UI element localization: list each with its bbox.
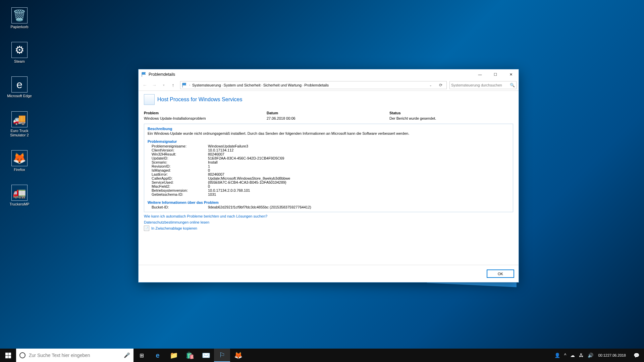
flag-icon [182, 82, 187, 88]
sig-key: RevisionID: [148, 164, 208, 168]
sig-value: {855E8A7C-ECB4-4CA3-B045-1DFA50104289} [208, 180, 509, 184]
breadcrumb-item[interactable]: Problemdetails [304, 83, 329, 87]
signature-row: UpdateID:51E8F2AA-83C4-456C-942D-21CB4F9… [148, 156, 509, 160]
tray-people[interactable]: 👤 [552, 349, 562, 362]
taskbar-firefox[interactable]: 🦊 [230, 349, 246, 362]
details-box: Beschreibung Ein Windows-Update wurde ni… [144, 124, 513, 212]
app-icon: 🗑️ [11, 7, 28, 23]
start-button[interactable] [0, 349, 16, 362]
address-bar[interactable]: › Systemsteuerung › System und Sicherhei… [180, 81, 447, 89]
page-heading: Host Process for Windows Services [157, 97, 242, 103]
dialog-footer: OK [139, 265, 519, 282]
tray-clock[interactable]: 00:12 27.06.2018 [595, 349, 629, 362]
sig-value: Install [208, 160, 509, 164]
sig-value: WindowsUpdateFailure3 [208, 144, 509, 148]
section-weitere: Weitere Informationen über das Problem [148, 200, 509, 204]
taskbar-explorer[interactable]: 📁 [166, 349, 182, 362]
tray-date: 27.06.2018 [607, 353, 626, 358]
link-privacy[interactable]: Datenschutzbestimmungen online lesen [144, 220, 513, 224]
window-title: Problemdetails [149, 72, 175, 77]
val-date: 27.06.2018 00:06 [267, 116, 389, 120]
val-status: Der Bericht wurde gesendet. [389, 116, 513, 120]
signature-row: Scenario:Install [148, 160, 509, 164]
ok-button[interactable]: OK [487, 270, 514, 278]
system-tray: 👤 ^ ☁ 🖧 🔊 00:12 27.06.2018 💬 [552, 349, 644, 362]
sig-key: ClientVersion: [148, 148, 208, 152]
close-button[interactable]: ✕ [503, 69, 519, 79]
copy-to-clipboard[interactable]: 📄 In Zwischenablage kopieren [144, 226, 513, 231]
taskbar-control-panel[interactable]: ⚐ [214, 349, 230, 362]
app-icon: 🚛 [11, 185, 28, 201]
signature-row: Problemereignisame:WindowsUpdateFailure3 [148, 144, 509, 148]
sig-key: Win32HResult: [148, 152, 208, 156]
tray-network-icon[interactable]: 🖧 [577, 349, 586, 362]
nav-forward-button[interactable]: → [150, 81, 159, 89]
beschreibung-text: Ein Windows-Update wurde nicht ordnungsg… [148, 131, 509, 135]
chevron-right-icon: › [221, 84, 224, 87]
desktop-icon-truckersmp[interactable]: 🚛TruckersMP [3, 180, 36, 208]
mic-icon[interactable]: 🎤 [124, 352, 130, 358]
tray-action-center[interactable]: 💬 [629, 349, 644, 362]
navigation-bar: ← → ▾ ↑ › Systemsteuerung › System und S… [139, 79, 519, 91]
taskbar-search[interactable]: 🎤 [16, 349, 133, 362]
sig-key: MiscField2: [148, 184, 208, 188]
maximize-button[interactable]: ☐ [488, 69, 503, 79]
icon-label: Euro Truck Simulator 2 [3, 129, 36, 137]
tray-overflow[interactable]: ^ [562, 349, 569, 362]
icon-label: TruckersMP [10, 202, 30, 206]
app-icon [144, 94, 155, 105]
signature-row: ServiceUsed:{855E8A7C-ECB4-4CA3-B045-1DF… [148, 180, 509, 184]
weitere-key: Bucket-ID: [148, 205, 208, 209]
sig-value: Update;Microsoft.WindowsStore_8wekyb3d8b… [208, 176, 509, 180]
sig-value: 51E8F2AA-83C4-456C-942D-21CB4F9D5C69 [208, 156, 509, 160]
address-dropdown-button[interactable]: ⌄ [426, 81, 435, 89]
breadcrumb-item[interactable]: System und Sicherheit [224, 83, 261, 87]
app-icon: 🚚 [11, 111, 28, 127]
breadcrumb-item[interactable]: Sicherheit und Wartung [263, 83, 302, 87]
nav-recent-dropdown[interactable]: ▾ [159, 81, 168, 89]
sig-key: Betriebsystemversion: [148, 188, 208, 192]
taskbar-edge[interactable]: e [150, 349, 166, 362]
tray-time: 00:12 [598, 353, 607, 358]
search-input[interactable] [451, 83, 515, 87]
desktop-icon-firefox[interactable]: 🦊Firefox [3, 145, 36, 173]
search-icon: 🔍 [510, 83, 515, 87]
copy-to-clipboard-label: In Zwischenablage kopieren [151, 226, 197, 230]
nav-up-button[interactable]: ↑ [169, 81, 177, 89]
content-area: Host Process for Windows Services Proble… [139, 91, 519, 265]
desktop-icon-steam[interactable]: ⚙Steam [3, 37, 36, 65]
nav-back-button[interactable]: ← [141, 81, 149, 89]
sig-key: CallerAppID: [148, 176, 208, 180]
cortana-icon [19, 352, 25, 358]
taskbar-mail[interactable]: ✉️ [198, 349, 214, 362]
desktop-icons: 🗑️Papierkorb⚙SteameMicrosoft Edge🚚Euro T… [3, 3, 36, 208]
signature-row: MiscField2:0 [148, 184, 509, 188]
link-auto-report[interactable]: Wie kann ich automatisch Probleme berich… [144, 214, 513, 218]
app-icon: ⚙ [11, 42, 28, 58]
weitere-row: Bucket-ID:9deab62d2921f1cf9bf7fdc3dc4855… [148, 205, 509, 209]
sig-key: Scenario: [148, 160, 208, 164]
sig-key: Problemereignisame: [148, 144, 208, 148]
sig-value: 80246007 [208, 152, 509, 156]
titlebar[interactable]: Problemdetails — ☐ ✕ [139, 69, 519, 79]
chevron-right-icon: › [261, 84, 263, 87]
taskbar-search-input[interactable] [29, 353, 120, 358]
tray-onedrive-icon[interactable]: ☁ [568, 349, 577, 362]
col-problem-header: Problem [144, 111, 267, 115]
desktop-icon-papierkorb[interactable]: 🗑️Papierkorb [3, 3, 36, 31]
minimize-button[interactable]: — [472, 69, 488, 79]
refresh-button[interactable]: ⟳ [436, 81, 445, 89]
breadcrumb-item[interactable]: Systemsteuerung [192, 83, 221, 87]
tray-volume-icon[interactable]: 🔊 [586, 349, 595, 362]
desktop-icon-microsoft-edge[interactable]: eMicrosoft Edge [3, 72, 36, 100]
sig-key: UpdateID: [148, 156, 208, 160]
flag-icon [141, 72, 147, 77]
section-beschreibung: Beschreibung [148, 127, 509, 131]
desktop-icon-euro-truck-simulator-2[interactable]: 🚚Euro Truck Simulator 2 [3, 107, 36, 139]
section-signatur: Problemsignatur [148, 139, 509, 143]
search-box[interactable]: 🔍 [449, 81, 517, 89]
sig-key: ServiceUsed: [148, 180, 208, 184]
task-view-button[interactable]: ⊞ [133, 349, 150, 362]
col-date-header: Datum [267, 111, 389, 115]
taskbar-store[interactable]: 🛍️ [182, 349, 198, 362]
